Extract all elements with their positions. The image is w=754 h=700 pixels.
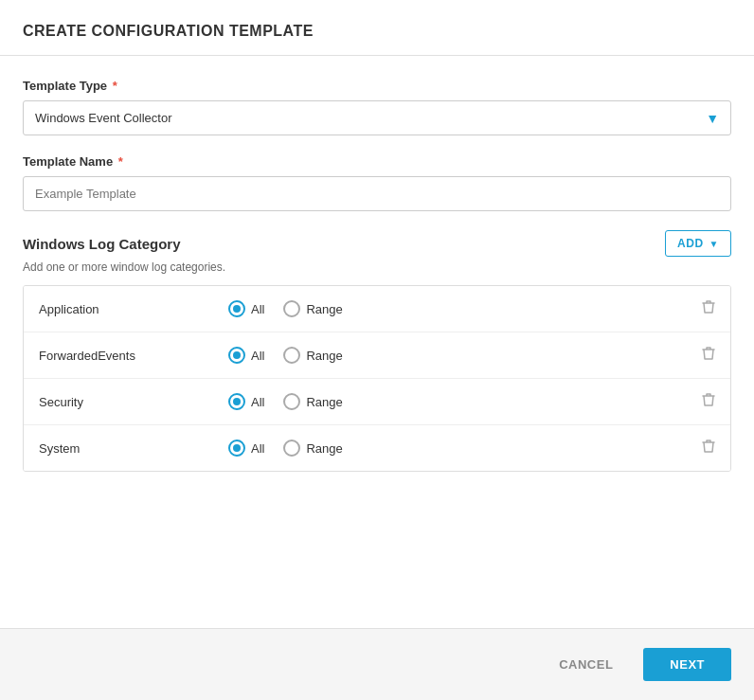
template-name-group: Template Name * — [23, 154, 731, 211]
radio-range-security[interactable]: Range — [283, 393, 342, 410]
log-name-forwarded: ForwardedEvents — [39, 349, 228, 363]
add-button[interactable]: ADD ▼ — [665, 230, 731, 257]
radio-range-label-system: Range — [306, 441, 342, 456]
template-name-input[interactable] — [23, 176, 731, 211]
required-asterisk-name: * — [115, 154, 123, 169]
template-type-select[interactable]: Windows Event Collector Syslog NetFlow — [24, 101, 730, 135]
radio-range-icon-application — [283, 300, 300, 317]
radio-range-system[interactable]: Range — [283, 440, 342, 457]
radio-range-label-security: Range — [306, 395, 342, 409]
radio-all-label-application: All — [251, 302, 264, 316]
radio-all-icon-security — [228, 393, 245, 410]
log-category-title: Windows Log Category — [23, 236, 181, 252]
radio-range-icon-forwarded — [283, 347, 300, 364]
radio-all-label-forwarded: All — [251, 349, 264, 363]
radio-group-application: All Range — [228, 300, 702, 317]
radio-group-security: All Range — [228, 393, 702, 410]
log-name-application: Application — [39, 302, 228, 316]
template-name-label: Template Name * — [23, 154, 731, 169]
radio-range-icon-system — [283, 440, 300, 457]
radio-all-icon-application — [228, 300, 245, 317]
delete-security-button[interactable] — [702, 392, 715, 411]
required-asterisk: * — [109, 79, 117, 93]
radio-all-forwarded[interactable]: All — [228, 347, 264, 364]
cancel-button[interactable]: CANCEL — [540, 648, 632, 681]
radio-all-icon-system — [228, 440, 245, 457]
radio-range-label-application: Range — [306, 302, 342, 316]
template-type-group: Template Type * Windows Event Collector … — [23, 79, 731, 135]
delete-system-button[interactable] — [702, 439, 715, 458]
radio-range-forwarded[interactable]: Range — [283, 347, 342, 364]
table-row: ForwardedEvents All Range — [24, 332, 730, 379]
log-name-system: System — [39, 441, 228, 456]
radio-group-forwarded: All Range — [228, 347, 702, 364]
log-category-subtitle: Add one or more window log categories. — [23, 260, 731, 274]
modal-body: Template Type * Windows Event Collector … — [0, 56, 754, 628]
next-button[interactable]: NEXT — [643, 648, 731, 681]
radio-all-security[interactable]: All — [228, 393, 264, 410]
add-dropdown-arrow-icon: ▼ — [709, 239, 719, 249]
modal-footer: CANCEL NEXT — [0, 628, 754, 700]
table-row: Application All Range — [24, 286, 730, 332]
radio-all-system[interactable]: All — [228, 440, 264, 457]
table-row: Security All Range — [24, 379, 730, 425]
create-config-modal: CREATE CONFIGURATION TEMPLATE Template T… — [0, 0, 754, 700]
modal-title: CREATE CONFIGURATION TEMPLATE — [23, 23, 731, 40]
template-type-select-wrapper[interactable]: Windows Event Collector Syslog NetFlow ▼ — [23, 100, 731, 135]
radio-all-application[interactable]: All — [228, 300, 264, 317]
log-table: Application All Range — [23, 285, 731, 472]
table-row: System All Range — [24, 425, 730, 471]
delete-application-button[interactable] — [702, 299, 715, 318]
radio-group-system: All Range — [228, 440, 702, 457]
modal-header: CREATE CONFIGURATION TEMPLATE — [0, 0, 754, 56]
radio-range-icon-security — [283, 393, 300, 410]
log-category-section: Windows Log Category ADD ▼ Add one or mo… — [23, 230, 731, 472]
radio-all-icon-forwarded — [228, 347, 245, 364]
radio-all-label-security: All — [251, 395, 264, 409]
add-button-label: ADD — [677, 237, 704, 250]
radio-range-application[interactable]: Range — [283, 300, 342, 317]
delete-forwarded-button[interactable] — [702, 346, 715, 365]
template-type-label: Template Type * — [23, 79, 731, 93]
log-name-security: Security — [39, 395, 228, 409]
radio-all-label-system: All — [251, 441, 264, 456]
radio-range-label-forwarded: Range — [306, 349, 342, 363]
log-category-header: Windows Log Category ADD ▼ — [23, 230, 731, 257]
